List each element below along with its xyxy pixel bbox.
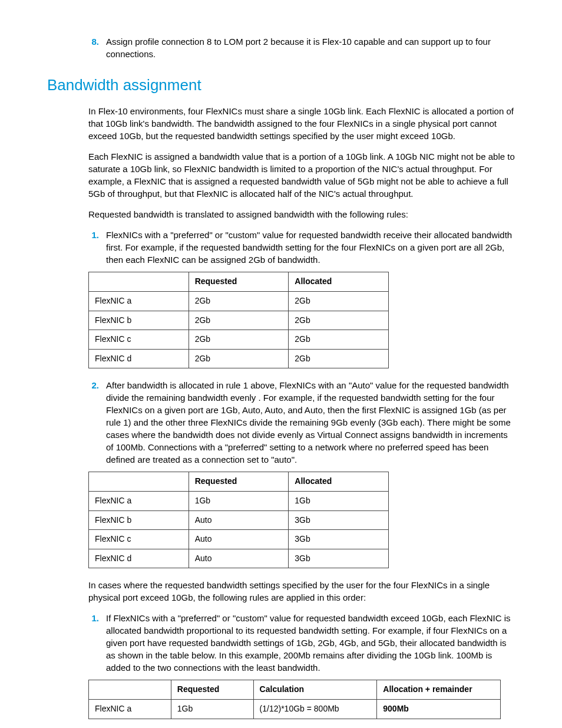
list-text: Assign profile connection 8 to LOM port …	[106, 35, 515, 60]
table-cell: 2Gb	[189, 349, 289, 368]
list-text: After bandwidth is allocated in rule 1 a…	[106, 379, 515, 466]
table-header-row: Requested Allocated	[89, 272, 389, 292]
table-cell: 2Gb	[189, 291, 289, 311]
table-header	[89, 472, 189, 492]
table-row: FlexNIC c Auto 3Gb	[89, 530, 389, 549]
table-cell: FlexNIC c	[89, 330, 189, 350]
table-cell: 1Gb	[171, 699, 253, 719]
table-cell: FlexNIC b	[89, 311, 189, 330]
table-row: FlexNIC d Auto 3Gb	[89, 549, 389, 568]
table-header-row: Requested Allocated	[89, 472, 389, 492]
table-header: Calculation	[253, 680, 377, 700]
paragraph: Each FlexNIC is assigned a bandwidth val…	[88, 150, 515, 200]
table-cell: Auto	[189, 510, 289, 530]
list-number: 2.	[88, 379, 106, 466]
table-cell: 3Gb	[289, 510, 389, 530]
list-text: FlexNICs with a "preferred" or "custom" …	[106, 229, 515, 266]
table-row: FlexNIC a 1Gb 1Gb	[89, 491, 389, 510]
list-number: 1.	[88, 612, 106, 674]
list-item: 1. FlexNICs with a "preferred" or "custo…	[88, 229, 515, 266]
table-cell: 3Gb	[289, 549, 389, 568]
table-cell: 2Gb	[189, 330, 289, 350]
table-cell: 900Mb	[377, 699, 501, 719]
table-cell: 2Gb	[289, 291, 389, 311]
paragraph: Requested bandwidth is translated to ass…	[88, 208, 515, 220]
table-cell: Auto	[189, 549, 289, 568]
list-number: 8.	[88, 35, 106, 60]
bandwidth-table-2: Requested Allocated FlexNIC a 1Gb 1Gb Fl…	[88, 472, 389, 568]
table-header	[89, 680, 171, 700]
table-cell: 1Gb	[189, 491, 289, 510]
table-row: FlexNIC b 2Gb 2Gb	[89, 311, 389, 330]
table-cell: FlexNIC d	[89, 349, 189, 368]
table-cell: 2Gb	[189, 311, 289, 330]
list-item: 2. After bandwidth is allocated in rule …	[88, 379, 515, 466]
section-heading: Bandwidth assignment	[47, 74, 515, 95]
table-header: Allocated	[289, 472, 389, 492]
paragraph: In Flex-10 environments, four FlexNICs m…	[88, 105, 515, 142]
table-header-row: Requested Calculation Allocation + remai…	[89, 680, 501, 700]
table-row: FlexNIC a 2Gb 2Gb	[89, 291, 389, 311]
table-row: FlexNIC d 2Gb 2Gb	[89, 349, 389, 368]
table-cell: FlexNIC c	[89, 530, 189, 549]
table-cell: FlexNIC a	[89, 291, 189, 311]
table-cell: 2Gb	[289, 330, 389, 350]
table-header: Allocation + remainder	[377, 680, 501, 700]
table-cell: 3Gb	[289, 530, 389, 549]
table-header	[89, 272, 189, 292]
table-cell: FlexNIC a	[89, 491, 189, 510]
table-header: Requested	[171, 680, 253, 700]
table-header: Requested	[189, 472, 289, 492]
table-cell: FlexNIC a	[89, 699, 171, 719]
table-row: FlexNIC c 2Gb 2Gb	[89, 330, 389, 350]
table-cell: FlexNIC b	[89, 510, 189, 530]
table-header: Requested	[189, 272, 289, 292]
table-cell: (1/12)*10Gb = 800Mb	[253, 699, 377, 719]
list-number: 1.	[88, 229, 106, 266]
bandwidth-table-3: Requested Calculation Allocation + remai…	[88, 680, 501, 719]
table-cell: 2Gb	[289, 311, 389, 330]
list-item: 8. Assign profile connection 8 to LOM po…	[88, 35, 515, 60]
table-row: FlexNIC a 1Gb (1/12)*10Gb = 800Mb 900Mb	[89, 699, 501, 719]
list-text: If FlexNICs with a "preferred" or "custo…	[106, 612, 515, 674]
table-cell: 2Gb	[289, 349, 389, 368]
paragraph: In cases where the requested bandwidth s…	[88, 579, 515, 604]
bandwidth-table-1: Requested Allocated FlexNIC a 2Gb 2Gb Fl…	[88, 272, 389, 368]
table-cell: 1Gb	[289, 491, 389, 510]
table-row: FlexNIC b Auto 3Gb	[89, 510, 389, 530]
table-cell: Auto	[189, 530, 289, 549]
list-item: 1. If FlexNICs with a "preferred" or "cu…	[88, 612, 515, 674]
table-header: Allocated	[289, 272, 389, 292]
table-cell: FlexNIC d	[89, 549, 189, 568]
